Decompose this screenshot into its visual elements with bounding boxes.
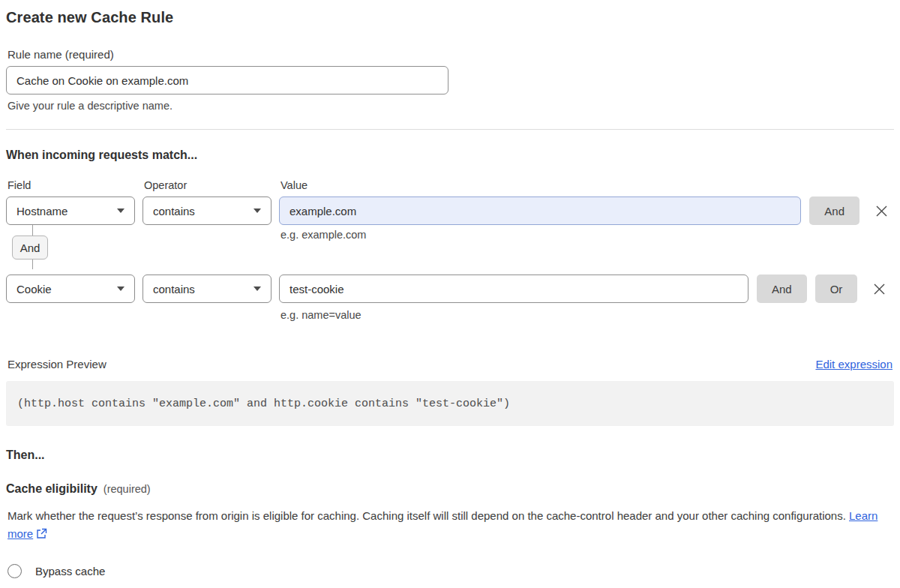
field-select-value: Hostname [16,205,68,218]
close-icon [873,283,886,296]
expression-preview-code: (http.host contains "example.com" and ht… [6,381,894,426]
operator-select[interactable]: contains [142,274,272,303]
condition-column-labels: Field Operator Value [6,179,894,191]
required-badge: (required) [104,483,151,495]
operator-column-label: Operator [144,179,280,191]
condition-row: Cookie contains And Or [6,274,894,303]
value-input[interactable] [279,274,748,303]
radio-option-bypass-cache[interactable]: Bypass cache [6,564,894,578]
rule-name-label: Rule name (required) [6,48,894,61]
cache-eligibility-description: Mark whether the request’s response from… [6,507,880,544]
field-column-label: Field [8,179,144,191]
description-text: Mark whether the request’s response from… [8,509,849,522]
edit-expression-link[interactable]: Edit expression [815,358,892,370]
operator-select[interactable]: contains [142,196,272,225]
field-select-value: Cookie [16,283,52,296]
chevron-down-icon [254,286,261,291]
value-hint: e.g. example.com [280,229,366,241]
cache-eligibility-heading-row: Cache eligibility (required) [6,482,894,496]
create-cache-rule-form: Create new Cache Rule Rule name (require… [0,0,900,588]
remove-condition-button[interactable] [874,203,889,218]
then-heading: Then... [6,448,894,462]
expression-preview-label: Expression Preview [8,358,106,370]
connector-and-chip[interactable]: And [12,236,48,260]
external-link-icon [36,526,47,544]
condition-row: Hostname contains And [6,196,894,225]
value-hint: e.g. name=value [280,309,894,321]
operator-select-value: contains [153,283,195,296]
value-column-label: Value [280,179,308,191]
rule-name-input[interactable] [6,66,448,94]
chevron-down-icon [117,286,124,291]
add-or-condition-button[interactable]: Or [815,274,858,303]
value-input[interactable] [279,196,801,225]
close-icon [875,205,888,218]
section-divider [6,129,894,130]
match-heading: When incoming requests match... [6,148,894,162]
field-select[interactable]: Hostname [6,196,135,225]
radio-unselected-icon [8,564,22,578]
add-and-condition-button[interactable]: And [809,196,860,225]
radio-label: Bypass cache [35,565,105,578]
expression-preview-header: Expression Preview Edit expression [6,358,894,370]
chevron-down-icon [117,208,124,213]
rule-name-help: Give your rule a descriptive name. [6,100,894,112]
remove-condition-button[interactable] [872,281,886,296]
operator-select-value: contains [153,205,195,218]
page-title: Create new Cache Rule [6,9,894,26]
field-select[interactable]: Cookie [6,274,135,303]
chevron-down-icon [254,208,261,213]
add-and-condition-button[interactable]: And [757,274,807,303]
cache-eligibility-heading: Cache eligibility [6,482,98,496]
condition-connector-zone: And e.g. example.com [6,225,894,269]
